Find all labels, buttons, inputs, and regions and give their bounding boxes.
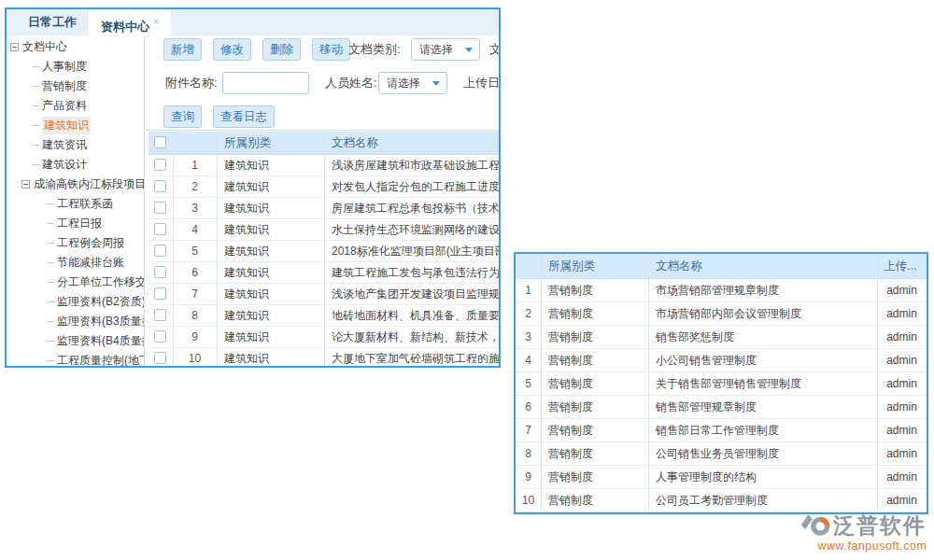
tree-item[interactable]: 监理资料(B3质量控制)	[7, 312, 144, 331]
row-checkbox[interactable]	[154, 202, 166, 214]
tree-item[interactable]: 建筑设计	[7, 155, 144, 175]
table-header: 所属别类 文档名称 上传...	[516, 254, 927, 279]
tree-item[interactable]: 建筑资讯	[7, 135, 144, 155]
row-checkbox[interactable]	[154, 180, 166, 192]
table-row[interactable]: 9 营销制度 人事管理制度的结构 admin	[516, 466, 927, 489]
tree-item[interactable]: 节能减排台账	[7, 253, 144, 273]
row-category: 营销制度	[548, 489, 593, 512]
collapse-icon[interactable]	[21, 180, 30, 189]
tree-item[interactable]: 文档中心	[7, 37, 144, 57]
table-row[interactable]: 2 营销制度 市场营销部内部会议管理制度 admin	[516, 302, 927, 326]
row-checkbox[interactable]	[154, 266, 166, 278]
tree-item[interactable]: 工程联系函	[7, 194, 144, 214]
tree-branch-icon	[32, 86, 39, 87]
tree-branch-icon	[47, 282, 54, 283]
row-category: 建筑知识	[224, 241, 269, 262]
query-button[interactable]: 查询	[163, 105, 202, 128]
tree-item[interactable]: 工程例会周报	[7, 233, 144, 253]
clipped-doc-label: 文档	[489, 38, 501, 61]
table-row[interactable]: 4 建筑知识 水土保持生态环境监测网络的建设与资...	[149, 219, 501, 241]
table-row[interactable]: 5 建筑知识 2018标准化监理项目部(业主项目部)人员...	[149, 241, 501, 262]
table-row[interactable]: 4 营销制度 小公司销售管理制度 admin	[516, 349, 927, 372]
row-category: 建筑知识	[224, 348, 269, 366]
table-row[interactable]: 9 建筑知识 论大厦新材料、新结构、新技术，新工...	[149, 327, 501, 348]
tree-item[interactable]: 成渝高铁内江标段项目	[7, 175, 144, 194]
tree-item[interactable]: 分工单位工作移交	[7, 273, 144, 292]
desktop: 日常工作 资料中心× 文档中心 人事制	[0, 0, 934, 560]
row-index: 3	[173, 198, 217, 219]
table-row[interactable]: 1 建筑知识 浅谈房屋建筑和市政基础设施工程施工...	[149, 155, 501, 176]
tree-item[interactable]: 建筑知识	[7, 116, 144, 135]
tab-daily-work[interactable]: 日常工作	[16, 9, 89, 35]
table-row[interactable]: 6 建筑知识 建筑工程施工发包与承包违法行为认定...	[149, 262, 501, 284]
row-doc-name: 论大厦新材料、新结构、新技术，新工...	[332, 327, 501, 348]
table-row[interactable]: 7 营销制度 销售部日常工作管理制度 admin	[516, 419, 927, 442]
tree-item[interactable]: 监理资料(B2资质)	[7, 292, 144, 312]
close-icon[interactable]: ×	[153, 17, 159, 27]
doc-category-select[interactable]: 请选择	[411, 38, 480, 61]
row-checkbox[interactable]	[154, 309, 166, 321]
row-category: 营销制度	[548, 302, 593, 326]
table-row[interactable]: 2 建筑知识 对发包人指定分包的工程施工进度安排...	[149, 176, 501, 198]
row-uploader: admin	[877, 442, 927, 466]
tree-item-label: 工程例会周报	[57, 235, 124, 251]
tab-data-center[interactable]: 资料中心×	[89, 9, 171, 35]
attachment-name-input[interactable]	[222, 72, 309, 94]
row-doc-name: 浅谈地产集团开发建设项目监理规划编...	[332, 284, 501, 305]
tree-item[interactable]: 工程日报	[7, 214, 144, 233]
table-row[interactable]: 5 营销制度 关于销售部管理销售管理制度 admin	[516, 372, 927, 396]
toolbar-button[interactable]: 新增	[163, 38, 202, 61]
tree-item[interactable]: 产品资料	[7, 96, 144, 116]
row-index: 4	[173, 219, 217, 241]
tree-item-label: 监理资料(B3质量控制)	[57, 314, 145, 329]
row-checkbox[interactable]	[154, 223, 166, 235]
table-row[interactable]: 3 营销制度 销售部奖惩制度 admin	[516, 326, 927, 349]
tree-branch-icon	[47, 321, 54, 322]
collapse-icon[interactable]	[10, 43, 19, 51]
row-checkbox[interactable]	[154, 245, 166, 257]
row-category: 营销制度	[548, 419, 593, 442]
row-index: 7	[173, 284, 217, 305]
table-row[interactable]: 6 营销制度 销售部管理规章制度 admin	[516, 396, 927, 419]
row-doc-name: 市场营销部管理规章制度	[656, 279, 779, 302]
row-index: 5	[173, 241, 217, 262]
row-doc-name: 市场营销部内部会议管理制度	[656, 302, 801, 326]
row-uploader: admin	[877, 302, 927, 326]
row-checkbox[interactable]	[154, 352, 166, 364]
row-doc-name: 2018标准化监理项目部(业主项目部)人员...	[332, 241, 501, 262]
row-uploader: admin	[877, 396, 927, 419]
tree-item[interactable]: 营销制度	[7, 77, 144, 96]
brand-url: www.fanpusoft.com	[800, 539, 932, 553]
toolbar-button[interactable]: 移动	[312, 38, 350, 61]
table-row[interactable]: 8 建筑知识 地砖地面材料、机具准备、质量要求及...	[149, 305, 501, 327]
toolbar-button[interactable]: 修改	[213, 38, 251, 61]
toolbar-button[interactable]: 删除	[262, 38, 301, 61]
tree-item[interactable]: 工程质量控制(地下室)	[7, 351, 144, 366]
row-index: 3	[516, 326, 541, 349]
person-name-select[interactable]: 请选择	[378, 72, 447, 94]
select-all-checkbox[interactable]	[154, 136, 166, 148]
view-log-button[interactable]: 查看日志	[213, 105, 275, 128]
tree-item[interactable]: 人事制度	[7, 57, 144, 77]
tree-branch-icon	[47, 223, 54, 224]
row-uploader: admin	[877, 372, 927, 396]
tree-item[interactable]: 监理资料(B4质量控制)	[7, 331, 144, 351]
tree-item-label: 工程日报	[57, 216, 102, 231]
row-checkbox[interactable]	[154, 287, 166, 300]
table-row[interactable]: 3 建筑知识 房屋建筑工程总承包投标书（技术标）...	[149, 198, 501, 219]
row-index: 5	[516, 372, 541, 396]
action-bar: 查询 查看日志	[163, 105, 275, 128]
table-row[interactable]: 8 营销制度 公司销售业务员管理制度 admin	[516, 442, 927, 466]
row-checkbox[interactable]	[154, 159, 166, 171]
row-doc-name: 水土保持生态环境监测网络的建设与资...	[332, 219, 501, 241]
row-category: 建筑知识	[224, 155, 269, 176]
table-row[interactable]: 10 建筑知识 大厦地下室加气砼墙砌筑工程的施工方...	[149, 348, 501, 366]
doc-category-value: 请选择	[419, 43, 453, 56]
row-checkbox[interactable]	[154, 330, 166, 343]
row-index: 6	[516, 396, 541, 419]
table-row[interactable]: 7 建筑知识 浅谈地产集团开发建设项目监理规划编...	[149, 284, 501, 305]
fanpu-logo: 泛普软件 www.fanpusoft.com	[800, 510, 932, 556]
tree-item-label: 产品资料	[42, 98, 87, 114]
table-row[interactable]: 1 营销制度 市场营销部管理规章制度 admin	[516, 279, 927, 302]
row-category: 建筑知识	[224, 198, 269, 219]
